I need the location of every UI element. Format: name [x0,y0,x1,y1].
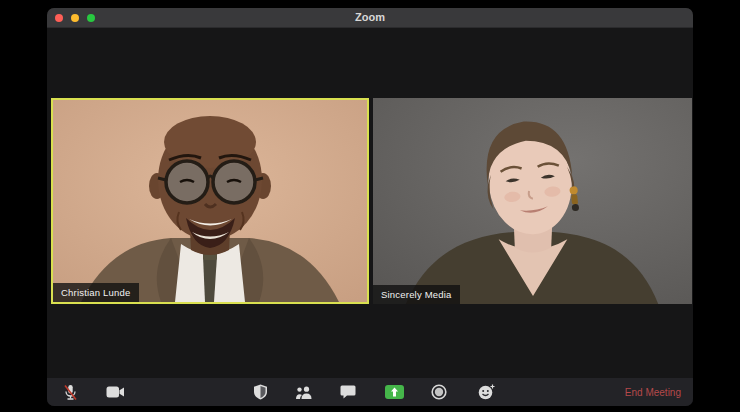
share-screen-button[interactable] [382,380,406,404]
meeting-toolbar: End Meeting [47,378,693,406]
video-camera-icon [106,386,125,398]
stop-video-button[interactable] [103,380,127,404]
window-titlebar: Zoom [47,8,693,28]
record-icon [431,384,447,400]
video-stage: Christian Lunde [47,29,693,378]
video-tile-sincerely-media[interactable]: Sincerely Media [373,98,692,304]
microphone-muted-icon [63,384,78,401]
participant-video-woman [373,98,692,304]
chat-button[interactable] [336,380,360,404]
security-shield-icon [253,384,268,400]
security-button[interactable] [248,380,272,404]
participants-icon [295,386,313,399]
end-meeting-button[interactable]: End Meeting [625,387,681,398]
participant-video-man [53,100,367,302]
participant-name-label: Sincerely Media [373,285,460,304]
window-title: Zoom [47,11,693,23]
mute-button[interactable] [58,380,82,404]
reactions-icon [478,384,495,400]
reactions-button[interactable] [474,380,498,404]
participant-name-label: Christian Lunde [53,283,139,302]
record-button[interactable] [427,380,451,404]
chat-bubble-icon [340,385,356,399]
zoom-meeting-window: Zoom [47,8,693,406]
video-tile-christian-lunde[interactable]: Christian Lunde [51,98,369,304]
participants-button[interactable] [292,380,316,404]
share-screen-icon [385,385,404,399]
desktop: Zoom [0,0,740,412]
